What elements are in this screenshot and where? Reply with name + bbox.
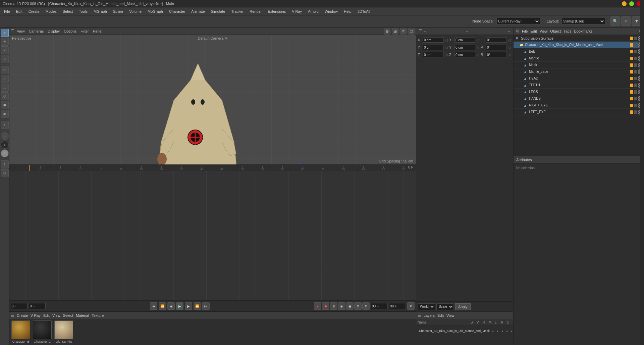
mt-view[interactable]: View <box>52 313 60 317</box>
om-dot-g-0[interactable] <box>634 37 637 40</box>
om-row-0[interactable]: ⊞Subdivision Surface <box>514 35 644 42</box>
om-row-3[interactable]: ▲Mantle <box>514 55 644 62</box>
mt-vray[interactable]: V-Ray <box>31 313 41 317</box>
mt-edit[interactable]: Edit <box>43 313 50 317</box>
key-btn1[interactable]: ⊕ <box>330 302 337 310</box>
space-select[interactable]: World <box>418 303 435 310</box>
key-btn2[interactable]: ◈ <box>338 302 345 310</box>
lt-btn-s1[interactable]: S <box>1 132 9 140</box>
om-row-2[interactable]: ▲Belt <box>514 48 644 55</box>
menu-animate[interactable]: Animate <box>189 9 207 14</box>
om-dot-g-11[interactable] <box>634 110 637 114</box>
material-thumb-2[interactable]: Old_Ku_Klu <box>54 321 74 343</box>
om-file[interactable]: File <box>522 29 528 33</box>
lt-btn-scale[interactable]: ⤢ <box>1 46 9 54</box>
menu-help[interactable]: Help <box>341 9 354 14</box>
menu-file[interactable]: File <box>1 9 13 14</box>
step-fwd-btn[interactable]: ⏩ <box>194 302 201 310</box>
lt-btn-move[interactable]: ✛ <box>1 29 9 37</box>
om-row-4[interactable]: ▲Mask <box>514 62 644 68</box>
om-row-7[interactable]: ▲TEETH <box>514 82 644 89</box>
om-dot-y-11[interactable] <box>630 110 633 114</box>
lt-btn-rotate[interactable]: ⟲ <box>1 38 9 46</box>
lt-edit[interactable]: Edit <box>437 313 444 317</box>
icon-btn-1[interactable]: ☆ <box>621 16 631 26</box>
mt-menu[interactable]: ☰ <box>11 313 14 317</box>
lt-btn-6[interactable]: ○ <box>1 75 9 83</box>
om-dot-y-9[interactable] <box>630 97 633 100</box>
om-row-10[interactable]: ▲RIGHT_EYE <box>514 102 644 109</box>
om-dot-g-6[interactable] <box>634 77 637 80</box>
record-btn[interactable]: ● <box>314 302 321 310</box>
timeline-tracks[interactable] <box>9 171 416 301</box>
lt-menu[interactable]: ☰ <box>418 313 421 317</box>
menu-spline[interactable]: Spline <box>110 9 126 14</box>
om-dot-y-5[interactable] <box>630 70 633 73</box>
om-bookmarks[interactable]: Bookmarks <box>574 29 592 33</box>
frame-start-input[interactable] <box>11 303 28 309</box>
lt-btn-5[interactable]: □ <box>1 66 9 74</box>
om-row-1[interactable]: 📁Character_Ku_Klux_Klan_in_Old_Mantle_an… <box>514 42 644 48</box>
x-rot-input[interactable] <box>454 37 475 43</box>
om-dot-y-0[interactable] <box>630 37 633 40</box>
menu-v-ray[interactable]: V-Ray <box>289 9 305 14</box>
om-dot-y-4[interactable] <box>630 63 633 67</box>
maximize-button[interactable] <box>629 1 634 6</box>
om-row-8[interactable]: ▲LEGS <box>514 89 644 95</box>
om-dot-y-3[interactable] <box>630 57 633 60</box>
om-dot-y-7[interactable] <box>630 84 633 87</box>
lt-view[interactable]: View <box>446 313 454 317</box>
om-row-9[interactable]: ▲HANDS <box>514 95 644 102</box>
om-dot-y-1[interactable] <box>630 43 633 47</box>
menu-create[interactable]: Create <box>26 9 42 14</box>
fps-input[interactable] <box>389 303 406 309</box>
y-pos-input[interactable] <box>423 45 444 50</box>
vt-icon4[interactable]: □ <box>408 28 415 35</box>
vt-icon1[interactable]: ⊕ <box>384 28 390 35</box>
frame-pos-input[interactable] <box>29 303 46 309</box>
node-space-select[interactable]: Current (V-Ray) <box>496 18 540 24</box>
menu-tools[interactable]: Tools <box>76 9 90 14</box>
vt-cameras[interactable]: Cameras <box>28 29 45 33</box>
om-dot-g-1[interactable] <box>634 43 637 47</box>
3d-viewport[interactable]: Z X Perspective Default Camera ✳ Grid Sp… <box>9 35 416 164</box>
mt-create[interactable]: Create <box>17 313 28 317</box>
menu-arnold[interactable]: Arnold <box>305 9 321 14</box>
material-thumb-1[interactable]: Character_C <box>32 321 52 343</box>
frame-end-input[interactable] <box>371 303 388 309</box>
goto-start-btn[interactable]: ⏮ <box>150 302 157 310</box>
menu-simulate[interactable]: Simulate <box>208 9 228 14</box>
om-dot-g-5[interactable] <box>634 70 637 73</box>
layers-scrollbar[interactable] <box>640 0 644 345</box>
lt-btn-s3[interactable]: S <box>1 149 9 157</box>
menu-volume[interactable]: Volume <box>126 9 144 14</box>
b-input[interactable] <box>486 52 507 57</box>
p-input[interactable] <box>486 45 507 50</box>
om-dot-g-3[interactable] <box>634 57 637 60</box>
mt-material[interactable]: Material <box>76 313 89 317</box>
om-dot-y-10[interactable] <box>630 104 633 107</box>
om-dot-y-8[interactable] <box>630 90 633 94</box>
layer-icon-v[interactable]: ● <box>496 329 500 333</box>
vt-panel[interactable]: Panel <box>92 29 104 33</box>
lt-btn-12[interactable]: ⟆ <box>1 160 9 168</box>
object-tree[interactable]: ⊞Subdivision Surface📁Character_Ku_Klux_K… <box>514 35 644 156</box>
om-dot-y-2[interactable] <box>630 50 633 53</box>
om-view[interactable]: View <box>540 29 548 33</box>
om-dot-y-6[interactable] <box>630 77 633 80</box>
menu-tracker[interactable]: Tracker <box>228 9 246 14</box>
mt-texture[interactable]: Texture <box>92 313 104 317</box>
layer-icon-m[interactable]: ● <box>505 329 509 333</box>
z-pos-input[interactable] <box>423 52 444 57</box>
h-input[interactable] <box>486 37 507 43</box>
om-row-5[interactable]: ▲Mantle_cape <box>514 68 644 75</box>
vt-menu[interactable]: ☰ <box>11 29 14 33</box>
om-row-11[interactable]: ▲LEFT_EYE <box>514 109 644 115</box>
menu-render[interactable]: Render <box>247 9 264 14</box>
apply-button[interactable]: Apply <box>455 303 471 310</box>
search-icon[interactable]: 🔍 <box>610 16 620 26</box>
vt-icon3[interactable]: ↺ <box>400 28 407 35</box>
lt-layers[interactable]: Layers <box>424 313 435 317</box>
layer-icon-s[interactable]: ● <box>491 329 495 333</box>
mode-select[interactable]: Scale <box>436 303 454 310</box>
